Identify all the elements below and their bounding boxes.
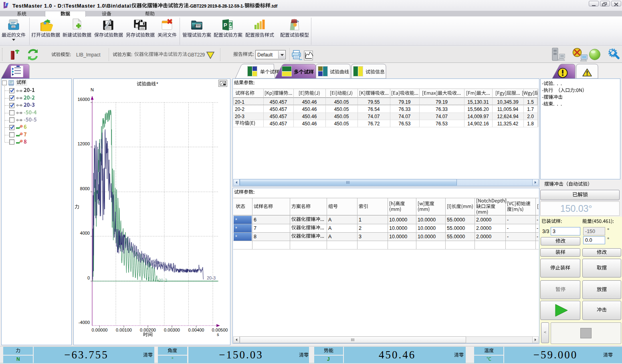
svg-text:P: P [224,22,227,28]
svg-text:4000: 4000 [80,231,90,235]
svg-text:-4000: -4000 [79,320,90,325]
svg-text:N: N [91,87,94,92]
svg-text:0.00400: 0.00400 [188,328,204,332]
svg-text:8000: 8000 [80,186,90,191]
svg-text:0.00300: 0.00300 [164,328,180,332]
svg-text:s: s [217,332,219,337]
svg-text:20-3: 20-3 [207,276,216,280]
svg-text:0.00500: 0.00500 [212,328,228,332]
svg-text:0: 0 [87,276,90,280]
svg-text:0.00200: 0.00200 [140,328,156,332]
svg-text:12000: 12000 [77,141,90,146]
svg-text:20-2: 20-2 [158,278,167,283]
svg-text:0.00100: 0.00100 [116,328,132,332]
svg-text:16000: 16000 [77,97,90,102]
svg-text:0.00000: 0.00000 [92,328,108,332]
